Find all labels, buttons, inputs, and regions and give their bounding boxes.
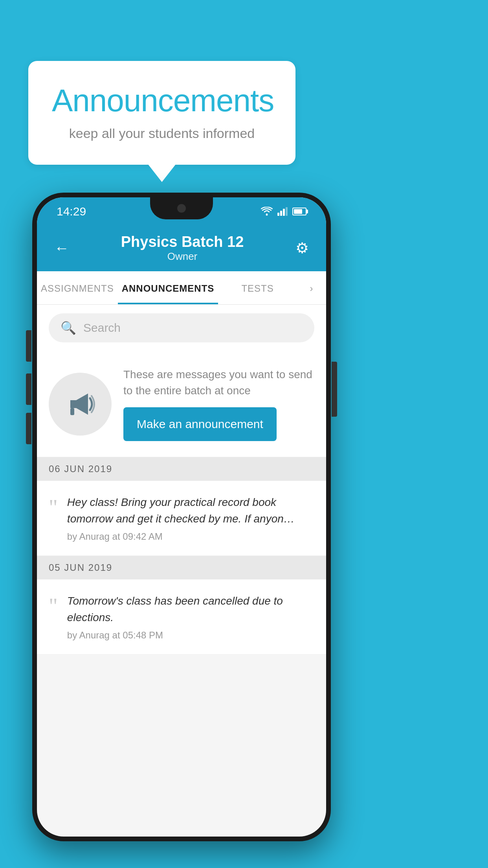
quote-icon-2: ": [49, 595, 58, 617]
svg-rect-3: [283, 209, 285, 216]
svg-rect-6: [70, 408, 74, 415]
status-icons: [261, 207, 306, 216]
bubble-title: Announcements: [52, 83, 272, 119]
notch: [150, 197, 213, 219]
cta-description: These are messages you want to send to t…: [123, 367, 314, 399]
announcement-item-1[interactable]: " Hey class! Bring your practical record…: [37, 481, 326, 556]
signal-icon: [277, 207, 288, 216]
status-bar: 14:29: [37, 197, 326, 226]
date-separator-2: 05 JUN 2019: [37, 556, 326, 579]
announcement-cta-section: These are messages you want to send to t…: [37, 351, 326, 457]
svg-rect-2: [280, 211, 282, 216]
search-bar[interactable]: 🔍 Search: [49, 313, 314, 342]
settings-button[interactable]: ⚙: [295, 239, 309, 257]
svg-rect-4: [286, 207, 288, 216]
header-subtitle: Owner: [121, 250, 244, 263]
tab-tests[interactable]: TESTS: [218, 271, 297, 304]
svg-point-0: [266, 214, 268, 216]
search-placeholder: Search: [83, 321, 121, 335]
megaphone-icon: [62, 386, 98, 422]
announcement-meta-2: by Anurag at 05:48 PM: [67, 630, 314, 641]
quote-icon-1: ": [49, 497, 58, 519]
back-button[interactable]: ←: [54, 240, 69, 257]
tabs-bar: ASSIGNMENTS ANNOUNCEMENTS TESTS ›: [37, 271, 326, 305]
announcement-item-2[interactable]: " Tomorrow's class has been cancelled du…: [37, 579, 326, 655]
status-time: 14:29: [57, 205, 86, 218]
phone-device: 14:29: [32, 193, 331, 841]
svg-rect-1: [277, 213, 279, 216]
announcement-text-1: Hey class! Bring your practical record b…: [67, 494, 314, 527]
tab-assignments[interactable]: ASSIGNMENTS: [37, 271, 118, 304]
wifi-icon: [261, 207, 273, 216]
search-icon: 🔍: [61, 320, 76, 335]
front-camera: [177, 204, 186, 213]
battery-icon: [292, 208, 306, 215]
announcement-meta-1: by Anurag at 09:42 AM: [67, 531, 314, 542]
announcement-text-2: Tomorrow's class has been cancelled due …: [67, 593, 314, 626]
search-section: 🔍 Search: [37, 305, 326, 351]
speech-bubble-card: Announcements keep all your students inf…: [28, 61, 295, 165]
megaphone-circle: [49, 373, 112, 436]
announcement-content-2: Tomorrow's class has been cancelled due …: [67, 593, 314, 641]
date-separator-1: 06 JUN 2019: [37, 457, 326, 481]
announcement-content-1: Hey class! Bring your practical record b…: [67, 494, 314, 542]
tab-announcements[interactable]: ANNOUNCEMENTS: [118, 271, 218, 304]
tab-more[interactable]: ›: [297, 271, 326, 304]
bubble-subtitle: keep all your students informed: [52, 126, 272, 141]
app-header: ← Physics Batch 12 Owner ⚙: [37, 226, 326, 271]
header-title: Physics Batch 12: [121, 234, 244, 250]
make-announcement-button[interactable]: Make an announcement: [123, 407, 277, 441]
